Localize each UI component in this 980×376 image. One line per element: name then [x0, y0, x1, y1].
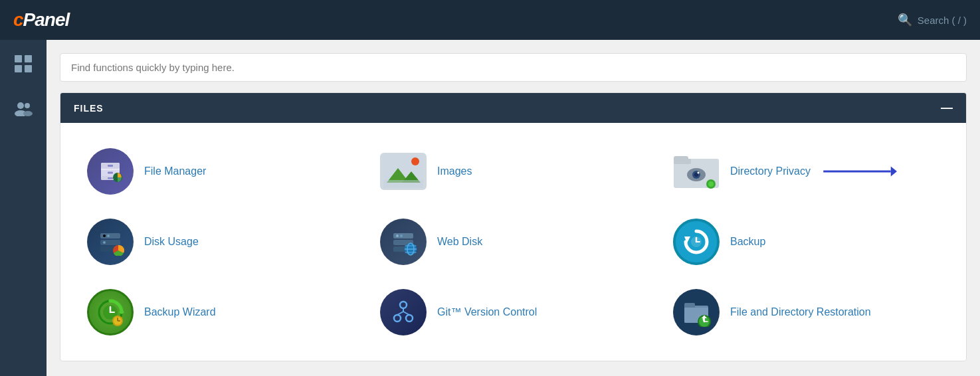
svg-point-36: [107, 235, 110, 237]
svg-point-43: [400, 235, 403, 237]
backup-wizard-label: Backup Wizard: [144, 306, 216, 318]
sidebar: [0, 40, 47, 376]
backup-label: Backup: [730, 236, 765, 248]
backup-item[interactable]: Backup: [660, 207, 953, 277]
git-version-control-icon: [380, 289, 427, 335]
fdr-label: File and Directory Restoration: [730, 306, 871, 318]
svg-rect-14: [108, 177, 113, 179]
file-directory-restoration-item[interactable]: File and Directory Restoration: [660, 277, 953, 347]
git-version-control-label: Git™ Version Control: [437, 306, 537, 318]
svg-point-7: [23, 111, 33, 116]
cpanel-logo: cPanel: [13, 9, 69, 31]
svg-rect-23: [674, 156, 688, 164]
content-area: FILES —: [47, 40, 980, 376]
images-item[interactable]: Images: [367, 136, 660, 207]
search-icon: 🔍: [898, 13, 912, 27]
svg-point-17: [411, 157, 419, 165]
sidebar-grid-icon[interactable]: [9, 50, 37, 82]
files-items-grid: File Manager: [60, 123, 966, 361]
svg-line-67: [403, 312, 409, 315]
function-search-input[interactable]: [60, 53, 967, 82]
images-icon-wrap: [380, 148, 427, 195]
svg-rect-3: [25, 65, 32, 72]
svg-rect-0: [15, 55, 22, 62]
backup-icon: [673, 219, 720, 265]
search-area[interactable]: 🔍 Search ( / ): [898, 13, 967, 27]
directory-privacy-label-wrap: Directory Privacy: [730, 161, 897, 181]
files-section-header: FILES —: [60, 93, 966, 123]
disk-usage-item[interactable]: Disk Usage: [74, 207, 367, 277]
svg-point-5: [25, 103, 30, 108]
images-label: Images: [437, 165, 472, 177]
svg-rect-69: [684, 303, 695, 308]
files-section-title: FILES: [74, 103, 104, 114]
svg-point-42: [396, 235, 399, 237]
svg-rect-2: [15, 65, 22, 72]
svg-rect-13: [108, 172, 113, 174]
sidebar-users-icon[interactable]: [9, 95, 38, 126]
svg-rect-12: [108, 165, 113, 167]
svg-point-27: [698, 172, 700, 174]
disk-usage-icon: [87, 219, 134, 265]
svg-marker-31: [891, 167, 897, 177]
main-layout: FILES —: [0, 40, 980, 376]
backup-wizard-icon: [87, 289, 134, 335]
svg-point-37: [103, 241, 106, 244]
top-navigation: cPanel 🔍 Search ( / ): [0, 0, 980, 40]
web-disk-label: Web Disk: [437, 236, 482, 248]
search-hint: Search ( / ): [918, 15, 967, 26]
svg-point-62: [400, 302, 407, 308]
web-disk-icon: [380, 219, 427, 265]
svg-point-35: [103, 235, 106, 237]
backup-wizard-item[interactable]: Backup Wizard: [74, 277, 367, 347]
images-icon: [380, 153, 427, 190]
svg-point-4: [17, 102, 24, 109]
git-version-control-item[interactable]: Git™ Version Control: [367, 277, 660, 347]
directory-privacy-icon-wrap: [673, 148, 720, 195]
files-section-collapse[interactable]: —: [941, 101, 953, 115]
files-section: FILES —: [60, 92, 967, 361]
blue-arrow-annotation: [817, 161, 897, 181]
svg-point-64: [406, 315, 413, 322]
svg-rect-1: [25, 55, 32, 62]
file-manager-label: File Manager: [144, 165, 206, 177]
svg-line-66: [397, 312, 403, 315]
web-disk-item[interactable]: Web Disk: [367, 207, 660, 277]
file-manager-icon: [87, 148, 134, 195]
svg-point-29: [708, 181, 714, 187]
directory-privacy-label: Directory Privacy: [730, 165, 811, 177]
svg-point-63: [394, 315, 401, 322]
file-manager-item[interactable]: File Manager: [74, 136, 367, 207]
fdr-icon: [673, 289, 720, 335]
disk-usage-label: Disk Usage: [144, 236, 199, 248]
directory-privacy-icon: [674, 152, 719, 191]
svg-rect-20: [383, 180, 423, 188]
directory-privacy-item[interactable]: Directory Privacy: [660, 136, 953, 207]
